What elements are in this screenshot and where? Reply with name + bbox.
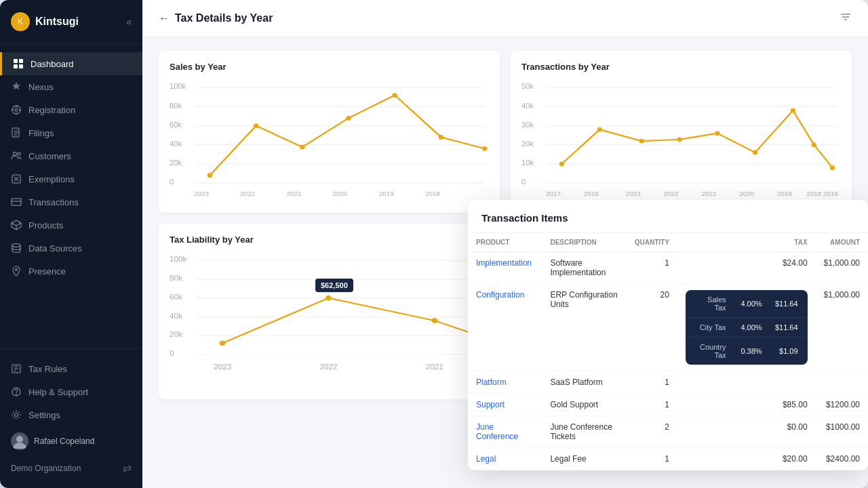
svg-text:30k: 30k [521, 121, 534, 128]
sidebar-item-settings[interactable]: Settings [0, 403, 142, 426]
svg-text:50k: 50k [521, 83, 534, 90]
svg-text:60k: 60k [170, 293, 182, 301]
svg-text:80k: 80k [170, 102, 182, 109]
user-name: Rafael Copeland [34, 436, 94, 446]
product-link-configuration[interactable]: Configuration [468, 284, 542, 371]
svg-point-94 [431, 318, 437, 323]
sidebar-item-presence[interactable]: Presence [0, 260, 142, 283]
avatar [11, 432, 28, 450]
svg-point-66 [715, 131, 719, 136]
amount-platform [816, 371, 868, 394]
sales-chart-card: Sales by Year 100k 80k 60k 40k 20k 0 [159, 51, 500, 213]
svg-point-21 [16, 436, 23, 443]
svg-text:2016: 2016 [584, 190, 599, 197]
sidebar-item-label-presence: Presence [28, 266, 66, 277]
tax-label-sales: Sales Tax [695, 296, 726, 312]
sidebar-item-label-help: Help & Support [28, 387, 88, 397]
svg-point-37 [208, 173, 212, 178]
description-platform: SaaS Platform [542, 371, 626, 394]
main-content: ← Tax Details by Year Sales by Year 100k… [142, 0, 868, 488]
sidebar-item-customers[interactable]: Customers [0, 144, 142, 167]
sidebar-item-dashboard[interactable]: Dashboard [0, 52, 142, 75]
svg-text:2021: 2021 [286, 190, 301, 197]
svg-point-63 [597, 127, 602, 132]
qty-platform: 1 [627, 371, 677, 394]
svg-text:100k: 100k [170, 256, 187, 263]
header-left: ← Tax Details by Year [159, 12, 273, 24]
svg-rect-14 [12, 199, 21, 205]
qty-implementation: 1 [627, 252, 677, 284]
panel-header: Transaction Items [468, 200, 868, 233]
table-row: Platform SaaS Platform 1 [468, 371, 868, 394]
transaction-table: PRODUCT DESCRIPTION QUANTITY TAX AMOUNT … [468, 233, 868, 470]
sidebar-item-label-customers: Customers [28, 151, 71, 161]
charts-content: Sales by Year 100k 80k 60k 40k 20k 0 [142, 37, 868, 488]
product-link-legal[interactable]: Legal [468, 448, 542, 470]
charts-grid: Sales by Year 100k 80k 60k 40k 20k 0 [159, 51, 852, 213]
sidebar-item-nexus[interactable]: Nexus [0, 75, 142, 98]
sidebar-item-registration[interactable]: Registration [0, 98, 142, 121]
qty-configuration: 20 [627, 284, 677, 371]
col-description: DESCRIPTION [542, 233, 626, 252]
svg-rect-2 [14, 64, 18, 68]
sidebar-bottom: Tax Rules Help & Support Settings Rafael… [0, 348, 142, 488]
tax-label-country: Country Tax [695, 343, 726, 359]
org-switch-icon[interactable]: ⇄ [123, 462, 132, 474]
sidebar: K Kintsugi « Dashboard Nexus Registratio… [0, 0, 142, 488]
svg-point-64 [639, 139, 644, 144]
amount-implementation: $1,000.00 [816, 252, 868, 284]
transaction-panel: Transaction Items PRODUCT DESCRIPTION QU… [468, 200, 868, 470]
product-link-support[interactable]: Support [468, 394, 542, 416]
sidebar-item-transactions[interactable]: Transactions [0, 190, 142, 214]
sidebar-item-tax-rules[interactable]: Tax Rules [0, 357, 142, 380]
svg-point-19 [16, 394, 17, 395]
svg-point-43 [482, 146, 487, 151]
tax-legal: $20.00 [677, 448, 816, 470]
svg-text:2023: 2023 [626, 190, 641, 197]
product-link-platform[interactable]: Platform [468, 371, 542, 394]
svg-point-40 [346, 116, 351, 121]
svg-point-39 [300, 145, 304, 150]
sidebar-item-products[interactable]: Products [0, 214, 142, 237]
tax-platform [677, 371, 816, 394]
sidebar-item-help[interactable]: Help & Support [0, 380, 142, 403]
sidebar-item-label-data-sources: Data Sources [28, 243, 82, 253]
sidebar-item-filings[interactable]: Filings [0, 121, 142, 144]
svg-text:2019: 2019 [777, 190, 792, 197]
sidebar-item-label-tax-rules: Tax Rules [28, 364, 67, 374]
transactions-chart-area: 50k 40k 30k 20k 10k 0 [521, 80, 841, 202]
svg-point-42 [439, 135, 443, 140]
table-row: Legal Legal Fee 1 $20.00 $2400.00 [468, 448, 868, 470]
svg-text:20k: 20k [170, 331, 182, 338]
filter-icon[interactable] [840, 11, 852, 26]
sidebar-user[interactable]: Rafael Copeland [0, 426, 142, 456]
col-quantity: QUANTITY [627, 233, 677, 252]
sidebar-item-label-dashboard: Dashboard [31, 59, 74, 69]
svg-rect-0 [14, 59, 18, 63]
back-button[interactable]: ← [159, 12, 170, 24]
svg-text:10k: 10k [521, 159, 534, 166]
svg-point-92 [220, 340, 226, 346]
description-implementation: Software Implementation [542, 252, 626, 284]
tax-pct-city: 4.00% [732, 323, 762, 331]
product-link-june-conference[interactable]: June Conference [468, 416, 542, 448]
description-legal: Legal Fee [542, 448, 626, 470]
tax-pct-country: 0.38% [732, 347, 762, 355]
sidebar-item-label-settings: Settings [28, 410, 60, 420]
sidebar-item-exemptions[interactable]: Exemptions [0, 167, 142, 190]
sidebar-item-data-sources[interactable]: Data Sources [0, 237, 142, 260]
sidebar-item-label-products: Products [28, 220, 63, 230]
sales-chart-area: 100k 80k 60k 40k 20k 0 [170, 80, 489, 202]
collapse-button[interactable]: « [126, 16, 132, 27]
qty-legal: 1 [627, 448, 677, 470]
svg-point-69 [812, 142, 816, 147]
svg-text:0: 0 [170, 350, 174, 357]
svg-text:0: 0 [170, 178, 174, 186]
svg-text:60k: 60k [170, 121, 182, 128]
product-link-implementation[interactable]: Implementation [468, 252, 542, 284]
org-name: Demo Organization [11, 464, 81, 473]
svg-text:2023: 2023 [194, 190, 209, 197]
svg-rect-3 [19, 64, 23, 68]
svg-text:40k: 40k [170, 312, 182, 319]
svg-text:2016: 2016 [823, 190, 838, 197]
